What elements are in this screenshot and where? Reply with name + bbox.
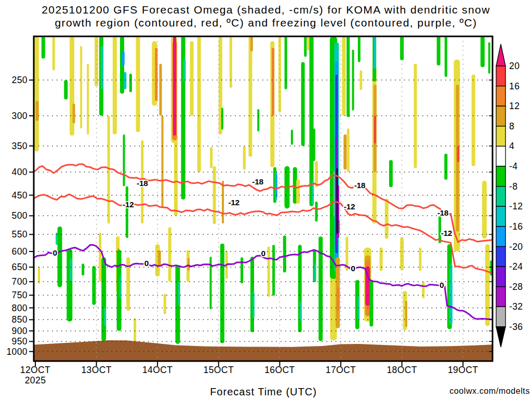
omega-streak [352, 50, 354, 111]
omega-streak [241, 257, 243, 283]
omega-streak [168, 227, 171, 282]
omega-streak [243, 146, 246, 170]
omega-streak [178, 282, 180, 306]
y-tick-label: 600 [12, 246, 28, 257]
omega-streak [82, 263, 84, 275]
dendritic-growth--12C-label: -12 [228, 198, 240, 207]
omega-streak [222, 181, 224, 223]
colorbar-segment [496, 187, 506, 207]
chart-title-line1: 2025101200 GFS Forecast Omega (shaded, -… [42, 4, 490, 16]
y-tick-label: 350 [12, 141, 28, 151]
colorbar-tick-label: 12 [509, 101, 520, 111]
dendritic-growth--18C-label: -18 [137, 179, 148, 188]
y-tick-label: 300 [12, 111, 28, 121]
omega-streak [92, 266, 96, 305]
freezing-level-0C-label: 0 [351, 264, 355, 273]
omega-streak [122, 51, 125, 65]
y-tick-label: 800 [12, 303, 28, 313]
omega-streak [70, 259, 72, 282]
omega-streak [159, 64, 162, 116]
omega-streak [155, 48, 157, 101]
omega-streak [64, 80, 68, 99]
omega-streak [99, 233, 101, 282]
omega-streak [95, 36, 98, 86]
colorbar: 20161284-4-8-12-16-20-24-28-32-36 [496, 44, 523, 347]
omega-streak [197, 36, 201, 172]
dendritic-growth--18C-contour [34, 164, 493, 242]
colorbar-arrow-bottom [496, 327, 506, 347]
omega-streak [52, 36, 55, 71]
colorbar-segment [496, 307, 506, 327]
omega-streak [304, 36, 307, 57]
omega-streak [457, 146, 459, 162]
omega-streak [405, 301, 407, 327]
omega-streak [134, 318, 136, 341]
x-axis-year-label: 2025 [25, 375, 46, 385]
y-tick-label: 1000 [6, 347, 28, 357]
omega-streak [272, 48, 274, 116]
omega-streak [158, 250, 161, 267]
x-tick-label: 16OCT [264, 365, 295, 375]
y-tick-label: 750 [12, 290, 28, 300]
omega-streak [129, 74, 132, 92]
omega-streak [296, 179, 300, 204]
x-axis-title: Forecast Time (UTC) [210, 386, 317, 397]
omega-streak [301, 62, 305, 146]
y-tick-label: 700 [12, 276, 28, 287]
omega-streak [276, 175, 277, 197]
omega-cross-section-chart: 2025101200 GFS Forecast Omega (shaded, -… [0, 0, 532, 399]
omega-streak [104, 308, 106, 326]
omega-streak [101, 257, 106, 341]
omega-streak [389, 160, 393, 187]
omega-streak [334, 171, 335, 216]
colorbar-segment [496, 206, 506, 227]
omega-streak [291, 129, 293, 144]
omega-streak [257, 109, 259, 131]
freezing-level-0C-label: 0 [144, 259, 149, 268]
omega-streak [221, 108, 223, 129]
colorbar-tick-label: -12 [509, 201, 523, 211]
colorbar-segment [496, 287, 506, 307]
omega-streak [164, 294, 166, 314]
chart-title-line2: growth region (contoured, red, ºC) and f… [55, 17, 477, 29]
colorbar-tick-label: -32 [509, 301, 523, 312]
dendritic-growth--12C-label: -12 [123, 200, 134, 209]
colorbar-segment [496, 126, 506, 147]
plot-area: -18-18-18-18-12-12-12-1200000 [34, 36, 493, 361]
colorbar-segment [496, 247, 506, 267]
omega-streak [173, 36, 176, 136]
omega-streak [183, 59, 185, 82]
colorbar-tick-label: -4 [509, 161, 517, 171]
x-tick-label: 15OCT [204, 365, 234, 375]
freezing-level-0C-label: 0 [52, 248, 57, 257]
dendritic-growth--18C-label: -18 [354, 181, 366, 190]
omega-streak [213, 166, 216, 224]
omega-streak [73, 104, 75, 124]
omega-streak [358, 36, 361, 62]
y-tick-label: 950 [12, 336, 28, 347]
omega-streak [285, 36, 287, 89]
colorbar-tick-label: 16 [509, 81, 520, 91]
omega-streak [343, 135, 347, 170]
omega-streak [347, 128, 350, 172]
omega-streak [315, 202, 317, 221]
y-tick-label: 900 [12, 326, 28, 336]
omega-streak [162, 116, 164, 208]
omega-streak [123, 135, 125, 187]
omega-streak [42, 36, 45, 59]
colorbar-segment [496, 86, 506, 107]
y-tick-label: 650 [12, 262, 28, 272]
omega-streak [188, 258, 190, 271]
omega-streak [481, 36, 485, 67]
omega-streak [36, 101, 39, 121]
omega-streak [339, 220, 339, 233]
omega-streak [488, 42, 490, 74]
terrain-profile [34, 340, 493, 361]
x-tick-label: 14OCT [142, 365, 172, 375]
colorbar-segment [496, 227, 506, 247]
omega-streak [313, 128, 315, 161]
colorbar-tick-label: 20 [509, 61, 520, 71]
omega-streak [374, 116, 376, 144]
colorbar-segment [496, 166, 506, 187]
omega-streak [210, 147, 212, 168]
